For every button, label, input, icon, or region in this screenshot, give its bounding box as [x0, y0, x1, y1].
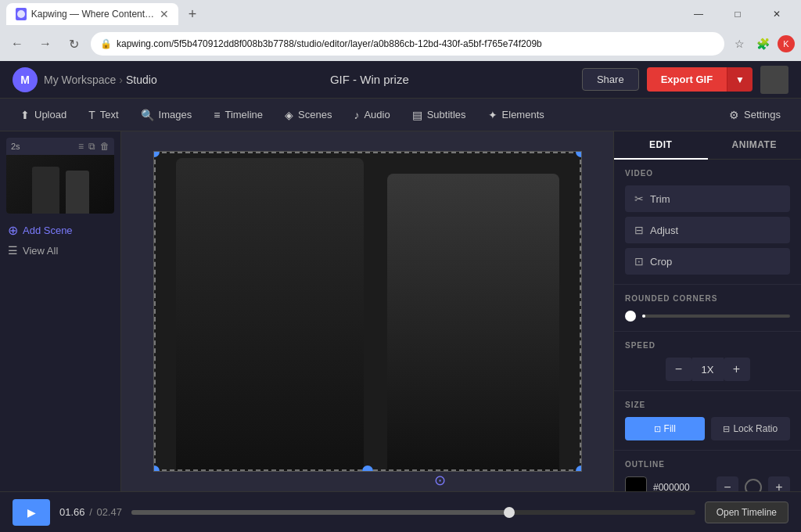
url-text: kapwing.com/5f5b470912dd8f008b3b7788/stu…: [117, 38, 715, 49]
address-bar-icons: ☆ 🧩 K: [731, 35, 795, 52]
text-button[interactable]: T Text: [81, 106, 126, 124]
upload-icon: ⬆: [20, 109, 30, 121]
settings-button[interactable]: ⚙ Settings: [721, 106, 788, 124]
scenes-button[interactable]: ◈ Scenes: [277, 106, 339, 124]
workspace-link[interactable]: My Workspace: [44, 74, 116, 86]
adjust-button[interactable]: ⊟ Adjust: [625, 217, 790, 243]
scene-thumbnail: [6, 155, 114, 214]
back-button[interactable]: ←: [6, 33, 28, 55]
view-all-button[interactable]: ☰ View All: [6, 241, 114, 260]
elements-button[interactable]: ✦ Elements: [480, 106, 552, 124]
crop-icon: ⊡: [634, 255, 644, 268]
outline-label: OUTLINE: [625, 460, 790, 469]
view-all-label: View All: [23, 245, 58, 257]
timeline-button[interactable]: ≡ Timeline: [206, 106, 271, 124]
settings-label: Settings: [744, 109, 781, 120]
lock-ratio-button[interactable]: ⊟ Lock Ratio: [711, 417, 791, 440]
breadcrumb: My Workspace › Studio: [44, 74, 157, 86]
outline-increase-button[interactable]: +: [768, 476, 790, 491]
timeline-scrubber[interactable]: [131, 510, 695, 515]
timeline-icon: ≡: [214, 109, 220, 121]
bottom-bar: ▶ 01.66 / 02.47 Open Timeline: [0, 491, 801, 532]
add-scene-icon: ⊕: [8, 223, 18, 238]
images-icon: 🔍: [141, 109, 154, 121]
tab-close-btn[interactable]: ✕: [160, 8, 169, 20]
upload-button[interactable]: ⬆ Upload: [13, 106, 74, 124]
outline-color-label: #000000: [653, 482, 710, 491]
tab-edit[interactable]: EDIT: [614, 131, 708, 160]
share-button[interactable]: Share: [582, 68, 639, 91]
active-tab[interactable]: Kapwing — Where Content Crea... ✕: [6, 3, 178, 25]
images-button[interactable]: 🔍 Images: [133, 106, 200, 124]
subtitles-button[interactable]: ▤ Subtitles: [404, 106, 474, 124]
forward-button[interactable]: →: [34, 33, 56, 55]
scene-delete-icon[interactable]: 🗑: [100, 141, 110, 152]
export-button[interactable]: Export GIF: [647, 67, 727, 92]
close-button[interactable]: ✕: [759, 2, 795, 26]
adjust-icon: ⊟: [634, 224, 644, 236]
svg-point-0: [17, 10, 25, 18]
rounded-corners-thumb[interactable]: [625, 311, 636, 322]
export-dropdown-button[interactable]: ▼: [727, 67, 753, 92]
rounded-corners-fill: [642, 315, 645, 318]
add-scene-label: Add Scene: [23, 225, 73, 236]
play-button[interactable]: ▶: [13, 499, 50, 526]
lock-ratio-label: Lock Ratio: [733, 423, 778, 434]
new-tab-button[interactable]: +: [181, 3, 203, 25]
images-label: Images: [159, 109, 192, 120]
outline-color-swatch[interactable]: [625, 476, 647, 491]
time-current: 01.66: [59, 506, 85, 518]
open-timeline-button[interactable]: Open Timeline: [705, 501, 788, 523]
time-total: 02.47: [96, 506, 122, 518]
breadcrumb-separator: ›: [119, 74, 123, 86]
fill-button[interactable]: ⊡ Fill: [625, 417, 705, 440]
tab-animate[interactable]: ANIMATE: [708, 131, 802, 159]
scene-header: 2s ≡ ⧉ 🗑: [6, 138, 114, 155]
file-title: GIF - Win prize: [170, 73, 569, 86]
profile-icon[interactable]: K: [778, 35, 795, 52]
elements-icon: ✦: [488, 109, 497, 121]
speed-value: 1X: [692, 358, 724, 381]
minimize-button[interactable]: —: [681, 2, 717, 26]
speed-decrease-button[interactable]: −: [666, 358, 692, 381]
subtitles-icon: ▤: [412, 109, 422, 121]
crop-button[interactable]: ⊡ Crop: [625, 248, 790, 275]
crop-label: Crop: [650, 256, 672, 268]
add-scene-button[interactable]: ⊕ Add Scene: [6, 220, 114, 241]
scene-icons: ≡ ⧉ 🗑: [78, 141, 110, 152]
subtitles-label: Subtitles: [427, 109, 466, 120]
left-panel: 2s ≡ ⧉ 🗑 ⊕ Add Scene: [0, 131, 121, 491]
speed-controls: − 1X +: [625, 358, 790, 381]
settings-icon: ⚙: [729, 109, 739, 121]
text-icon: T: [88, 109, 95, 121]
fill-label: Fill: [664, 423, 676, 434]
window-controls: — □ ✕: [681, 2, 795, 26]
scene-item[interactable]: 2s ≡ ⧉ 🗑: [6, 138, 114, 214]
trim-button[interactable]: ✂ Trim: [625, 185, 790, 212]
extensions-icon[interactable]: 🧩: [754, 35, 771, 52]
audio-button[interactable]: ♪ Audio: [346, 106, 397, 124]
title-bar: Kapwing — Where Content Crea... ✕ + — □ …: [0, 0, 801, 28]
size-buttons: ⊡ Fill ⊟ Lock Ratio: [625, 417, 790, 440]
timeline-thumb[interactable]: [504, 507, 515, 518]
handle-bottom-center[interactable]: [362, 466, 373, 472]
canvas-container: ⊙: [153, 151, 582, 472]
scene-list-icon[interactable]: ≡: [78, 141, 84, 152]
playhead-icon: ⊙: [434, 473, 446, 488]
bookmark-icon[interactable]: ☆: [731, 35, 748, 52]
speed-increase-button[interactable]: +: [724, 358, 750, 381]
timeline-progress: [131, 510, 509, 515]
scene-copy-icon[interactable]: ⧉: [88, 141, 95, 152]
title-bar-left: Kapwing — Where Content Crea... ✕ +: [6, 3, 203, 25]
refresh-button[interactable]: ↻: [63, 33, 84, 55]
text-label: Text: [100, 109, 119, 120]
maximize-button[interactable]: □: [720, 2, 756, 26]
url-bar[interactable]: 🔒 kapwing.com/5f5b470912dd8f008b3b7788/s…: [91, 32, 724, 56]
outline-controls: #000000 − +: [625, 476, 790, 491]
video-canvas[interactable]: [153, 151, 582, 472]
export-btn-group: Export GIF ▼: [647, 67, 753, 92]
rounded-corners-track[interactable]: [642, 315, 790, 318]
outline-decrease-button[interactable]: −: [717, 476, 738, 491]
brand: M My Workspace › Studio: [13, 67, 157, 92]
time-display: 01.66 / 02.47: [59, 506, 122, 518]
